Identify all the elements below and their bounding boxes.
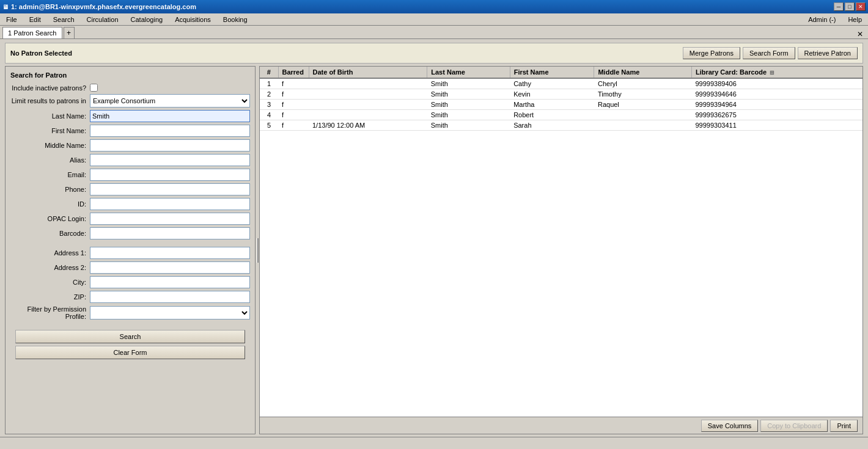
form-row-opac-login: OPAC Login:: [10, 213, 250, 225]
content-split: Search for Patron Include inactive patro…: [5, 66, 863, 434]
cell-num: 1: [260, 78, 278, 89]
menu-edit[interactable]: Edit: [26, 15, 45, 24]
form-row-phone: Phone:: [10, 183, 250, 195]
cell-barred: f: [278, 89, 309, 100]
id-input[interactable]: [90, 198, 250, 210]
form-row-id: ID:: [10, 198, 250, 210]
title-bar-label: 1: admin@BR1-winxpvmfx.phasefx.evergreen…: [11, 3, 196, 10]
opac-login-input[interactable]: [90, 213, 250, 225]
menu-file[interactable]: File: [2, 15, 21, 24]
form-row-first-name: First Name:: [10, 125, 250, 137]
cell-barcode: 99999394964: [691, 100, 862, 110]
tab-patron-search[interactable]: 1 Patron Search: [2, 27, 62, 38]
middle-name-input[interactable]: [90, 139, 250, 151]
cell-last-name: Smith: [427, 78, 510, 89]
last-name-input[interactable]: [90, 110, 250, 122]
cell-dob: 1/13/90 12:00 AM: [309, 120, 427, 131]
retrieve-patron-button[interactable]: Retrieve Patron: [798, 47, 858, 59]
alias-input[interactable]: [90, 154, 250, 166]
title-bar: 🖥 1: admin@BR1-winxpvmfx.phasefx.evergre…: [0, 0, 868, 13]
barcode-input[interactable]: [90, 227, 250, 239]
table-row[interactable]: 1 f Smith Cathy Cheryl 99999389406: [260, 78, 862, 89]
email-input[interactable]: [90, 169, 250, 181]
form-row-address1: Address 1:: [10, 247, 250, 259]
menu-acquisitions[interactable]: Acquisitions: [171, 15, 215, 24]
form-row-inactive: Include inactive patrons?: [10, 84, 250, 92]
merge-patrons-button[interactable]: Merge Patrons: [683, 47, 740, 59]
col-header-barcode[interactable]: Library Card: Barcode ⊞: [691, 67, 862, 78]
save-columns-button[interactable]: Save Columns: [701, 420, 759, 432]
cell-first-name: Cathy: [510, 78, 594, 89]
menu-admin[interactable]: Admin (-): [804, 15, 839, 24]
tab-patron-search-label: 1 Patron Search: [8, 29, 57, 37]
search-panel: Search for Patron Include inactive patro…: [5, 66, 256, 434]
minimize-button[interactable]: ─: [834, 2, 844, 11]
limit-select[interactable]: Example Consortium Branch 1 Branch 2: [90, 94, 250, 108]
city-input[interactable]: [90, 276, 250, 288]
address1-input[interactable]: [90, 247, 250, 259]
app-icon: 🖥: [2, 4, 9, 10]
print-button[interactable]: Print: [830, 420, 858, 432]
menu-search[interactable]: Search: [50, 15, 78, 24]
table-row[interactable]: 5 f 1/13/90 12:00 AM Smith Sarah 9999930…: [260, 120, 862, 131]
zip-input[interactable]: [90, 291, 250, 303]
cell-last-name: Smith: [427, 89, 510, 100]
search-form-title: Search for Patron: [10, 71, 250, 79]
label-zip: ZIP:: [10, 293, 90, 301]
menu-booking[interactable]: Booking: [219, 15, 251, 24]
cell-dob: [309, 78, 427, 89]
table-row[interactable]: 2 f Smith Kevin Timothy 99999394646: [260, 89, 862, 100]
no-patron-label: No Patron Selected: [10, 49, 72, 57]
label-phone: Phone:: [10, 186, 90, 193]
form-row-perm-profile: Filter by Permission Profile: Staff Patr…: [10, 305, 250, 320]
col-header-dob[interactable]: Date of Birth: [309, 67, 427, 78]
form-row-city: City:: [10, 276, 250, 288]
label-inactive: Include inactive patrons?: [10, 84, 90, 92]
cell-num: 3: [260, 100, 278, 110]
inactive-checkbox[interactable]: [90, 84, 98, 92]
cell-last-name: Smith: [427, 120, 510, 131]
col-header-first-name[interactable]: First Name: [510, 67, 594, 78]
tab-add-button[interactable]: +: [64, 27, 75, 38]
tab-bar-close[interactable]: ✕: [855, 30, 866, 38]
clear-form-button[interactable]: Clear Form: [15, 346, 245, 359]
cell-barcode: 99999303411: [691, 120, 862, 131]
cell-middle-name: Timothy: [594, 89, 692, 100]
perm-profile-select[interactable]: Staff Patron Volunteer: [90, 306, 250, 319]
copy-clipboard-button[interactable]: Copy to Clipboard: [760, 420, 828, 432]
label-id: ID:: [10, 200, 90, 208]
address2-input[interactable]: [90, 261, 250, 274]
search-button[interactable]: Search: [15, 330, 245, 343]
cell-barred: f: [278, 110, 309, 120]
col-header-num[interactable]: #: [260, 67, 278, 78]
label-first-name: First Name:: [10, 127, 90, 134]
cell-barred: f: [278, 100, 309, 110]
cell-first-name: Sarah: [510, 120, 594, 131]
cell-barcode: 99999394646: [691, 89, 862, 100]
col-header-barred[interactable]: Barred: [278, 67, 309, 78]
menu-cataloging[interactable]: Cataloging: [127, 15, 167, 24]
cell-middle-name: Raquel: [594, 100, 692, 110]
cell-num: 5: [260, 120, 278, 131]
results-table: # Barred Date of Birth Last Name First N…: [260, 67, 862, 131]
col-header-last-name[interactable]: Last Name: [427, 67, 510, 78]
col-resize-icon: ⊞: [770, 70, 774, 76]
label-middle-name: Middle Name:: [10, 142, 90, 149]
label-perm-profile: Filter by Permission Profile:: [10, 305, 90, 320]
form-row-barcode: Barcode:: [10, 227, 250, 239]
menu-circulation[interactable]: Circulation: [83, 15, 122, 24]
cell-first-name: Robert: [510, 110, 594, 120]
first-name-input[interactable]: [90, 125, 250, 137]
table-row[interactable]: 4 f Smith Robert 99999362675: [260, 110, 862, 120]
phone-input[interactable]: [90, 183, 250, 195]
menu-help[interactable]: Help: [844, 15, 866, 24]
search-form-button[interactable]: Search Form: [743, 47, 795, 59]
label-alias: Alias:: [10, 156, 90, 164]
form-buttons: Search Clear Form: [10, 330, 250, 359]
close-button[interactable]: ✕: [856, 2, 866, 11]
table-row[interactable]: 3 f Smith Martha Raquel 99999394964: [260, 100, 862, 110]
col-header-middle-name[interactable]: Middle Name: [594, 67, 692, 78]
maximize-button[interactable]: □: [845, 2, 855, 11]
tab-bar: 1 Patron Search + ✕: [0, 26, 868, 39]
cell-dob: [309, 100, 427, 110]
